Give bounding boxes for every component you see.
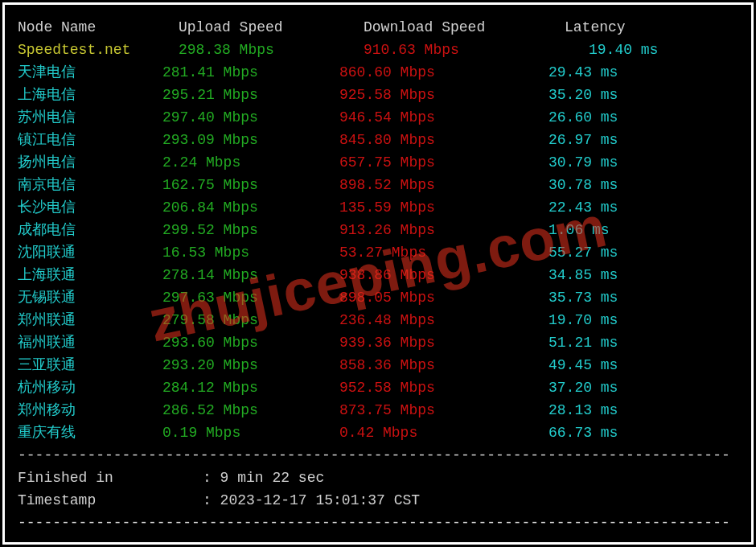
divider-line: ----------------------------------------…: [18, 444, 738, 467]
node-name: 福州联通: [18, 331, 179, 354]
upload-speed: 0.19 Mbps: [162, 422, 364, 444]
footer-timestamp: Timestamp: 2023-12-17 15:01:37 CST: [18, 489, 738, 512]
upload-speed: 278.14 Mbps: [162, 264, 364, 286]
node-name: 镇江电信: [18, 129, 179, 151]
upload-speed: 293.20 Mbps: [162, 354, 364, 376]
divider-line: ----------------------------------------…: [18, 512, 738, 534]
upload-speed: 16.53 Mbps: [162, 241, 364, 264]
node-name: Speedtest.net: [18, 39, 179, 61]
upload-speed: 295.21 Mbps: [162, 84, 364, 106]
finished-label: Finished in: [18, 467, 203, 489]
latency: 1.06 ms: [549, 219, 738, 241]
node-name: 杭州移动: [18, 376, 179, 399]
latency: 37.20 ms: [549, 376, 738, 399]
node-name: 重庆有线: [18, 422, 179, 444]
download-speed: 860.60 Mbps: [339, 61, 549, 84]
latency: 35.73 ms: [549, 286, 738, 309]
upload-speed: 281.41 Mbps: [162, 61, 364, 84]
table-row: 扬州电信2.24 Mbps657.75 Mbps30.79 ms: [18, 151, 738, 174]
timestamp-label: Timestamp: [18, 489, 203, 512]
node-name: 扬州电信: [18, 151, 179, 174]
upload-speed: 286.52 Mbps: [162, 399, 364, 422]
latency: 26.60 ms: [549, 106, 738, 129]
table-row: 福州联通293.60 Mbps939.36 Mbps51.21 ms: [18, 331, 738, 354]
table-row: 无锡联通297.63 Mbps898.05 Mbps35.73 ms: [18, 286, 738, 309]
upload-speed: 293.09 Mbps: [162, 129, 364, 151]
download-speed: 236.48 Mbps: [339, 309, 549, 331]
download-speed: 913.26 Mbps: [339, 219, 549, 241]
node-name: 南京电信: [18, 174, 179, 196]
table-row: 长沙电信206.84 Mbps135.59 Mbps22.43 ms: [18, 196, 738, 219]
upload-speed: 299.52 Mbps: [162, 219, 364, 241]
node-name: 天津电信: [18, 61, 179, 84]
node-name: 郑州移动: [18, 399, 179, 422]
latency: 29.43 ms: [549, 61, 738, 84]
header-latency: Latency: [565, 16, 738, 39]
latency: 55.27 ms: [549, 241, 738, 264]
header-node: Node Name: [18, 16, 179, 39]
node-name: 上海联通: [18, 264, 179, 286]
latency: 26.97 ms: [549, 129, 738, 151]
latency: 34.85 ms: [549, 264, 738, 286]
header-download: Download Speed: [364, 16, 565, 39]
download-speed: 135.59 Mbps: [339, 196, 549, 219]
latency: 22.43 ms: [549, 196, 738, 219]
table-row: 重庆有线0.19 Mbps0.42 Mbps66.73 ms: [18, 422, 738, 444]
table-row: 三亚联通293.20 Mbps858.36 Mbps49.45 ms: [18, 354, 738, 376]
download-speed: 858.36 Mbps: [339, 354, 549, 376]
table-body: Speedtest.net298.38 Mbps910.63 Mbps19.40…: [18, 39, 738, 444]
timestamp-value: : 2023-12-17 15:01:37 CST: [203, 489, 420, 512]
download-speed: 0.42 Mbps: [339, 422, 549, 444]
node-name: 上海电信: [18, 84, 179, 106]
download-speed: 946.54 Mbps: [339, 106, 549, 129]
upload-speed: 206.84 Mbps: [162, 196, 364, 219]
download-speed: 873.75 Mbps: [339, 399, 549, 422]
download-speed: 657.75 Mbps: [339, 151, 549, 174]
table-row: 成都电信299.52 Mbps913.26 Mbps1.06 ms: [18, 219, 738, 241]
download-speed: 939.36 Mbps: [339, 331, 549, 354]
download-speed: 53.27 Mbps: [339, 241, 549, 264]
table-row: 杭州移动284.12 Mbps952.58 Mbps37.20 ms: [18, 376, 738, 399]
latency: 35.20 ms: [549, 84, 738, 106]
download-speed: 925.58 Mbps: [339, 84, 549, 106]
node-name: 郑州联通: [18, 309, 179, 331]
finished-value: : 9 min 22 sec: [203, 467, 324, 489]
table-row: 天津电信281.41 Mbps860.60 Mbps29.43 ms: [18, 61, 738, 84]
terminal-window: Node Name Upload Speed Download Speed La…: [2, 2, 754, 545]
table-row: 郑州联通279.58 Mbps236.48 Mbps19.70 ms: [18, 309, 738, 331]
table-row: 沈阳联通16.53 Mbps53.27 Mbps55.27 ms: [18, 241, 738, 264]
latency: 51.21 ms: [549, 331, 738, 354]
download-speed: 898.05 Mbps: [339, 286, 549, 309]
download-speed: 938.86 Mbps: [339, 264, 549, 286]
upload-speed: 162.75 Mbps: [162, 174, 364, 196]
upload-speed: 2.24 Mbps: [162, 151, 364, 174]
latency: 49.45 ms: [549, 354, 738, 376]
node-name: 长沙电信: [18, 196, 179, 219]
upload-speed: 298.38 Mbps: [179, 39, 364, 61]
node-name: 苏州电信: [18, 106, 179, 129]
node-name: 沈阳联通: [18, 241, 179, 264]
node-name: 成都电信: [18, 219, 179, 241]
latency: 30.79 ms: [549, 151, 738, 174]
table-row: 郑州移动286.52 Mbps873.75 Mbps28.13 ms: [18, 399, 738, 422]
table-row: 上海联通278.14 Mbps938.86 Mbps34.85 ms: [18, 264, 738, 286]
latency: 28.13 ms: [549, 399, 738, 422]
header-upload: Upload Speed: [179, 16, 364, 39]
download-speed: 898.52 Mbps: [339, 174, 549, 196]
node-name: 三亚联通: [18, 354, 179, 376]
upload-speed: 293.60 Mbps: [162, 331, 364, 354]
download-speed: 845.80 Mbps: [339, 129, 549, 151]
table-row: 上海电信295.21 Mbps925.58 Mbps35.20 ms: [18, 84, 738, 106]
latency: 19.40 ms: [565, 39, 738, 61]
download-speed: 910.63 Mbps: [364, 39, 565, 61]
upload-speed: 297.63 Mbps: [162, 286, 364, 309]
footer-finished: Finished in: 9 min 22 sec: [18, 467, 738, 489]
latency: 30.78 ms: [549, 174, 738, 196]
latency: 19.70 ms: [549, 309, 738, 331]
table-row: 苏州电信297.40 Mbps946.54 Mbps26.60 ms: [18, 106, 738, 129]
table-row: 南京电信162.75 Mbps898.52 Mbps30.78 ms: [18, 174, 738, 196]
upload-speed: 297.40 Mbps: [162, 106, 364, 129]
upload-speed: 279.58 Mbps: [162, 309, 364, 331]
latency: 66.73 ms: [549, 422, 738, 444]
upload-speed: 284.12 Mbps: [162, 376, 364, 399]
